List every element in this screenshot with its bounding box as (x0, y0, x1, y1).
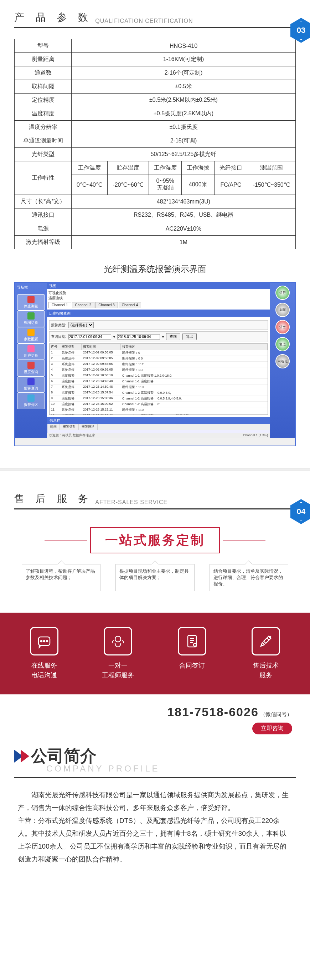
spec-subheader: 光纤接口 (215, 161, 247, 175)
company-header: 公司简介 COMPANY PROFILE (0, 745, 310, 778)
channel-tab[interactable]: Channel 1 (49, 302, 71, 308)
spec-label: 通道数 (14, 67, 72, 80)
nav-button[interactable]: 温度查询 (17, 360, 45, 376)
service-icon (251, 627, 280, 655)
spec-label: 单通道测量时间 (14, 134, 72, 148)
status-bar: 欢迎您：调试员 数据库存储正常 Channel 1 (1.3%) (47, 433, 270, 438)
control-button[interactable]: 运行 (275, 286, 290, 300)
section-title-en: QUALIFICATION CERTIFICATION (95, 18, 193, 24)
control-button[interactable]: 刷新 (275, 303, 290, 317)
control-button[interactable]: 清空 (275, 320, 290, 334)
control-button[interactable]: 复位 (275, 337, 290, 351)
list-row[interactable]: 1系统启停2017-12-02 09:56:05断纤报警：0 (49, 350, 267, 356)
list-row[interactable]: 7系统启停2017-12-23 14:50:48断纤报警：110 (49, 385, 267, 390)
svg-point-4 (115, 636, 121, 642)
svg-point-2 (43, 641, 45, 642)
nav-title: 导航栏 (17, 285, 45, 290)
svg-point-3 (46, 641, 48, 642)
spec-value: 2-15(可调) (72, 134, 296, 148)
spec-value: -150℃~350℃ (247, 175, 296, 195)
phone-note: （微信同号） (260, 711, 292, 717)
spec-value: 0℃~40℃ (72, 175, 108, 195)
status-right: Channel 1 (1.3%) (243, 433, 268, 437)
service-icon (178, 627, 206, 655)
spec-subheader: 工作湿度 (149, 161, 182, 175)
list-row[interactable]: 9温度报警2017-12-23 15:08:36Channel 1-2 高温报警… (49, 396, 267, 402)
service-label: 售后技术服务 (233, 661, 299, 680)
nav-button[interactable]: 停止测量 (17, 294, 45, 310)
spec-label: 激光辐射等级 (14, 235, 72, 249)
service-step: 根据项目现场和业主要求，制定具体的项目解决方案； (115, 564, 194, 591)
view-sub2: 温度曲线 (49, 296, 269, 301)
service-title: 一站式服务定制 (90, 527, 220, 554)
nav-button[interactable]: 视图切换 (17, 310, 45, 327)
list-row[interactable]: 5温度报警2017-12-02 10:06:10Channel 1-1 温度报警… (49, 373, 267, 379)
status-left: 欢迎您：调试员 数据库存储正常 (49, 433, 95, 438)
nav-button[interactable]: 报警分区 (17, 393, 45, 409)
list-header: 报警类型 (60, 344, 82, 350)
list-row[interactable]: 8温度报警2017-12-23 15:07:54Channel 1-2 高温报警… (49, 390, 267, 396)
query-button[interactable]: 查询 (166, 333, 180, 340)
phone-row: 181-7518-6026 （微信同号） 立即咨询 (0, 694, 310, 745)
service-label: 合同签订 (159, 661, 225, 670)
spec-value: 2-16个(可定制) (72, 67, 296, 80)
channel-tab[interactable]: Channel 3 (95, 302, 118, 308)
list-row[interactable]: 3系统启停2017-12-02 09:56:05断纤报警：11T (49, 362, 267, 368)
spec-subheader: 贮存温度 (107, 161, 149, 175)
company-title-en: COMPANY PROFILE (46, 764, 296, 774)
spec-label: 光纤类型 (14, 148, 72, 161)
list-row[interactable]: 4系统启停2017-12-02 09:56:05断纤报警：11T (49, 368, 267, 373)
query-type-label: 报警类型: (51, 323, 66, 328)
service-icons-band: 在线服务电话沟通一对一工程师服务合同签订售后技术服务 (0, 612, 310, 694)
service-item: 在线服务电话沟通 (11, 627, 77, 680)
spec-label: 取样间隔 (14, 80, 72, 94)
service-item: 合同签订 (159, 627, 225, 680)
query-type-select[interactable]: (选择所有) (68, 322, 94, 328)
spec-subheader: 测温范围 (247, 161, 296, 175)
spec-value: RS232、RS485、RJ45、USB、继电器 (72, 208, 296, 222)
query-row-2: 查询日期: ▾ ▾ 查询 导出 (49, 331, 268, 342)
consult-button[interactable]: 立即咨询 (252, 722, 292, 734)
channel-tab[interactable]: Channel 4 (119, 302, 141, 308)
list-row[interactable]: 11系统启停2017-12-23 15:23:11断纤报警：110 (49, 407, 267, 413)
svg-point-1 (41, 641, 42, 642)
service-steps: 了解项目进程，帮助客户解决产品参数及相关技术问题；根据项目现场和业主要求，制定具… (14, 564, 296, 591)
list-row[interactable]: 2系统启停2017-12-02 09:56:05断纤报警：0 0 (49, 356, 267, 362)
channel-tab[interactable]: Channel 2 (72, 302, 95, 308)
export-button[interactable]: 导出 (182, 333, 197, 340)
alarm-list: 序号报警类型报警时间报警描述 1系统启停2017-12-02 09:56:05断… (49, 344, 268, 415)
query-date-from[interactable] (68, 334, 111, 339)
history-title: 历史报警查询 (49, 311, 71, 316)
section-title-cn: 售 后 服 务 (14, 492, 92, 506)
info-header: 报警描述 (79, 424, 98, 430)
demo-title: 光纤测温系统报警演示界面 (14, 264, 296, 275)
control-button[interactable]: 可视化 (275, 354, 290, 368)
ss-right-panel: 运行刷新清空复位可视化 (270, 283, 295, 438)
spec-label: 通讯接口 (14, 208, 72, 222)
query-date-to[interactable] (117, 334, 160, 339)
section-title-cn: 产 品 参 数 (14, 11, 92, 24)
spec-value: -20℃~60℃ (107, 175, 149, 195)
spec-label: 温度精度 (14, 107, 72, 121)
nav-button[interactable]: 报警查询 (17, 376, 45, 393)
section-header-params: 产 品 参 数 QUALIFICATION CERTIFICATION (14, 11, 296, 28)
nav-button[interactable]: 用户切换 (17, 344, 45, 360)
divider (0, 468, 310, 471)
list-row[interactable]: 10温度报警2017-12-23 15:09:52Channel 1-2 高温报… (49, 402, 267, 407)
spec-value: FC/APC (215, 175, 247, 195)
service-step: 结合项目要求，清单及实际情况，进行详细、合理、符合客户要求的报价。 (210, 564, 288, 591)
service-item: 售后技术服务 (233, 627, 299, 680)
svg-point-9 (193, 643, 196, 646)
badge-number: 03 (291, 21, 310, 40)
spec-value: ±0.5米(2.5KM以内±0.25米) (72, 94, 296, 107)
section-badge: 04 (289, 499, 310, 524)
history-panel: 历史报警查询 报警类型: (选择所有) 查询日期: ▾ ▾ 查询 (47, 310, 270, 417)
svg-point-10 (269, 636, 271, 638)
list-row[interactable]: 6温度报警2017-12-23 13:45:48Channel 1-1 温度报警… (49, 379, 267, 385)
spec-label: 定位精度 (14, 94, 72, 107)
nav-button[interactable]: 参数配置 (17, 327, 45, 344)
list-row[interactable]: 12温度报警2017-12-25 09:32:46Channel 1-1 高温报… (49, 413, 267, 415)
service-step: 了解项目进程，帮助客户解决产品参数及相关技术问题； (22, 564, 100, 591)
company-title-cn: 公司简介 (31, 746, 96, 765)
arrow-icon (21, 750, 29, 762)
